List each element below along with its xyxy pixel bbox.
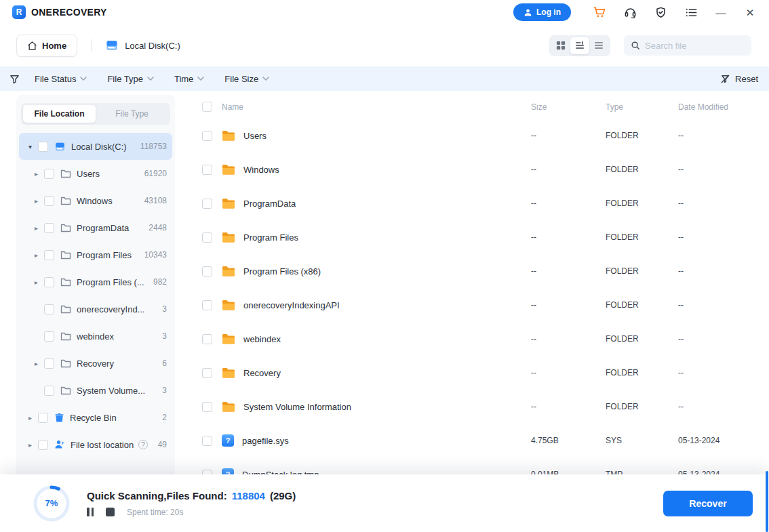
home-button[interactable]: Home [16,35,77,57]
file-name: System Volume Information [243,402,351,412]
tab-file-type[interactable]: File Type [96,105,168,123]
tree-checkbox[interactable] [44,169,54,179]
table-row[interactable]: Program Files (x86) -- FOLDER -- [197,254,753,288]
folder-icon [222,164,235,175]
table-row[interactable]: onerecoveryIndexingAPI -- FOLDER -- [197,288,753,322]
list-view-button[interactable] [589,37,608,54]
table-row[interactable]: ? pagefile.sys 4.75GB SYS 05-13-2024 [197,424,753,457]
tree-checkbox[interactable] [38,142,48,152]
disk-icon [105,39,119,52]
tree-checkbox[interactable] [44,223,54,233]
folder-icon [60,250,71,260]
filter-file-status[interactable]: File Status [35,74,87,84]
table-row[interactable]: webindex -- FOLDER -- [197,322,753,356]
table-row[interactable]: Users -- FOLDER -- [197,119,753,152]
scan-progress-ring: 7% [33,485,71,523]
expand-arrow-icon[interactable]: ▸ [35,251,43,259]
tree-checkbox[interactable] [44,386,54,396]
row-checkbox[interactable] [202,300,212,310]
folder-icon [60,386,71,395]
tree-item-system-volume[interactable]: System Volume... 3 [19,377,172,404]
tree-item-program-files[interactable]: ▸ Program Files (... 982 [19,268,172,295]
expand-arrow-icon[interactable]: ▾ [28,143,37,150]
file-type: FOLDER [606,199,678,208]
table-row[interactable]: Windows -- FOLDER -- [197,152,753,186]
tree-checkbox[interactable] [44,250,54,260]
expand-arrow-icon[interactable]: ▸ [28,441,37,449]
file-size: -- [531,232,606,242]
row-checkbox[interactable] [202,402,212,412]
detail-list-view-button[interactable] [570,37,589,54]
filter-time[interactable]: Time [174,74,204,84]
recycle-bin-icon [54,413,64,423]
login-button[interactable]: Log in [513,3,571,21]
row-checkbox[interactable] [202,199,212,209]
expand-arrow-icon[interactable]: ▸ [28,414,37,422]
table-row[interactable]: Program Files -- FOLDER -- [197,220,753,254]
column-header-date[interactable]: Date Modified [678,102,753,112]
reset-filters-button[interactable]: Reset [720,74,758,84]
tree-checkbox[interactable] [44,304,54,314]
tree-item-count: 982 [153,277,167,287]
table-row[interactable]: Recovery -- FOLDER -- [197,356,753,390]
grid-view-button[interactable] [551,37,570,54]
tree-item-label: Recycle Bin [70,413,151,423]
expand-arrow-icon[interactable]: ▸ [35,197,43,205]
expand-arrow-icon[interactable]: ▸ [35,170,43,178]
pause-button[interactable] [87,508,94,516]
tree-item-program-files[interactable]: ▸ Program Files 10343 [19,241,172,268]
close-button[interactable]: ✕ [743,7,757,18]
filter-funnel-icon[interactable] [9,74,20,84]
scrollbar-thumb[interactable] [766,471,768,532]
table-row[interactable]: System Volume Information -- FOLDER -- [197,390,753,424]
row-checkbox[interactable] [202,165,212,175]
help-icon[interactable]: ? [138,440,148,449]
stop-button[interactable] [106,508,115,516]
expand-arrow-icon[interactable]: ▸ [35,360,43,367]
select-all-checkbox[interactable] [202,102,212,112]
tree-item-local-disk-c[interactable]: ▾ Local Disk(C:) 118753 [19,133,172,160]
search-input[interactable] [645,41,745,51]
row-checkbox[interactable] [202,131,212,141]
tree-checkbox[interactable] [44,277,54,287]
tree-checkbox[interactable] [44,196,54,206]
filter-label: File Size [224,74,258,84]
column-header-size[interactable]: Size [531,102,606,112]
cart-icon[interactable] [592,5,607,20]
tree-item-count: 3 [155,331,167,341]
tree-item-webindex[interactable]: webindex 3 [19,323,172,350]
folder-icon [222,333,235,344]
security-shield-icon[interactable] [653,5,668,20]
minimize-button[interactable]: — [714,7,728,18]
column-header-name[interactable]: Name [222,102,531,112]
filter-label: File Type [107,74,143,84]
tree-item-users[interactable]: ▸ Users 61920 [19,160,172,187]
row-checkbox[interactable] [202,436,212,446]
expand-arrow-icon[interactable]: ▸ [35,224,43,232]
tab-file-location[interactable]: File Location [23,105,96,123]
row-checkbox[interactable] [202,368,212,378]
table-row[interactable]: ProgramData -- FOLDER -- [197,186,753,220]
tree-item-recycle-bin[interactable]: ▸ Recycle Bin 2 [19,404,172,431]
filter-file-size[interactable]: File Size [224,74,269,84]
tree-checkbox[interactable] [44,331,54,342]
recover-button[interactable]: Recover [663,491,753,516]
tree-item-file-lost-location[interactable]: ▸ File lost location ? 49 [19,431,172,458]
expand-arrow-icon[interactable]: ▸ [35,279,43,286]
search-box[interactable] [624,35,751,56]
tree-checkbox[interactable] [38,440,48,450]
tree-item-onerecoveryind[interactable]: onerecoveryInd... 3 [19,295,172,323]
row-checkbox[interactable] [202,334,212,344]
row-checkbox[interactable] [202,266,212,277]
tree-item-recovery[interactable]: ▸ Recovery 6 [19,350,172,377]
tree-checkbox[interactable] [38,413,48,423]
menu-list-icon[interactable] [684,5,698,20]
tree-checkbox[interactable] [44,359,54,369]
tree-item-windows[interactable]: ▸ Windows 43108 [19,187,172,214]
support-headset-icon[interactable] [623,5,637,20]
tree-item-programdata[interactable]: ▸ ProgramData 2448 [19,214,172,241]
filter-file-type[interactable]: File Type [107,74,154,84]
filter-reset-icon [720,74,730,84]
column-header-type[interactable]: Type [606,102,678,112]
row-checkbox[interactable] [202,232,212,243]
